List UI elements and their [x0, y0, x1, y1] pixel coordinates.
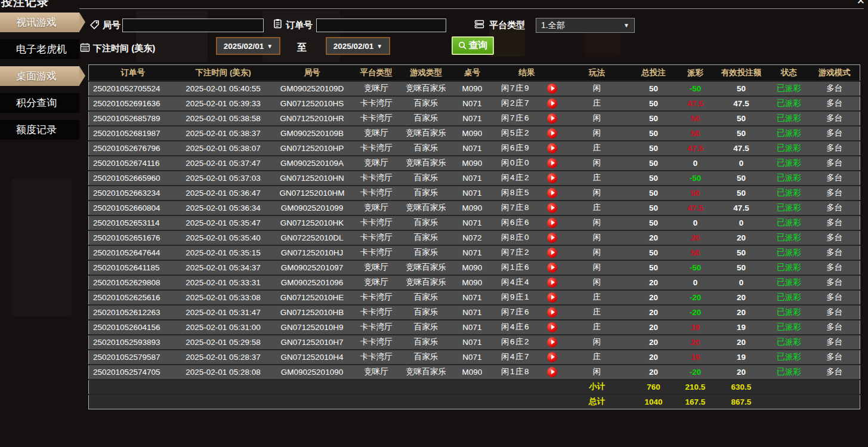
platform-type-cell: 竞咪厅 [355, 365, 398, 380]
result-cell: 闲4庄2 [490, 171, 541, 186]
order-number-label: 订单号 [286, 20, 313, 31]
replay-play-icon[interactable] [547, 307, 557, 317]
replay-play-icon[interactable] [547, 278, 557, 288]
replay-play-icon[interactable] [547, 113, 557, 124]
valid-bet-cell: 19 [714, 320, 769, 335]
result-cell: 闲6庄9 [490, 141, 541, 156]
sidebar-item-3[interactable]: 桌面游戏 [0, 66, 79, 86]
payout-cell: -20 [677, 290, 714, 305]
round-number-cell: GN071252010HB [270, 305, 355, 320]
replay-play-icon[interactable] [547, 158, 557, 168]
game-type-cell: 百家乐 [398, 305, 455, 320]
replay-play-icon[interactable] [547, 84, 557, 94]
header-payout: 派彩 [677, 65, 714, 81]
game-mode-cell: 多台 [810, 96, 860, 111]
order-number-cell: 250201052579587 [89, 350, 177, 365]
game-mode-cell: 多台 [810, 186, 860, 201]
sidebar-item-5[interactable]: 额度记录 [0, 120, 79, 140]
payout-cell: 0 [677, 156, 714, 171]
subtotal-label: 小计 [564, 380, 631, 394]
replay-play-icon[interactable] [547, 173, 557, 183]
valid-bet-cell: 47.5 [714, 96, 769, 111]
game-mode-cell: 多台 [810, 275, 860, 290]
total-bet-cell: 50 [631, 96, 677, 111]
valid-bet-cell: 50 [714, 186, 769, 201]
order-number-cell: 250201052685789 [89, 111, 177, 126]
order-number-cell: 250201052612263 [89, 305, 177, 320]
replay-play-icon[interactable] [547, 203, 557, 213]
play-type-cell: 庄 [564, 305, 631, 320]
replay-play-icon[interactable] [547, 248, 557, 258]
sidebar-item-1[interactable]: 视讯游戏 [0, 13, 79, 32]
date-from-picker[interactable]: 2025/02/01 ▼ [216, 37, 280, 55]
platform-type-cell: 卡卡湾厅 [355, 305, 398, 320]
replay-play-icon[interactable] [547, 263, 557, 273]
header-status: 状态 [769, 65, 810, 81]
total-spacer [769, 394, 860, 409]
replay-play-icon[interactable] [547, 128, 557, 138]
total-bet-cell: 50 [631, 126, 677, 141]
game-mode-cell: 多台 [810, 290, 860, 305]
game-type-cell: 百家乐 [398, 215, 455, 230]
payout-cell: -20 [677, 305, 714, 320]
result-cell: 闲5庄2 [490, 126, 541, 141]
table-number-cell: N071 [455, 305, 490, 320]
table-number-cell: N071 [455, 171, 490, 186]
total-bet-cell: 20 [631, 350, 677, 365]
subtotal-payout: 210.5 [677, 380, 714, 394]
replay-cell [541, 141, 564, 156]
header-bet-time: 下注时间 (美东) [177, 65, 270, 81]
game-type-cell: 竞咪百家乐 [398, 126, 455, 141]
sidebar-item-2[interactable]: 电子老虎机 [0, 39, 79, 59]
header-round-number: 局号 [270, 65, 355, 81]
date-to-picker[interactable]: 2025/02/01 ▼ [326, 37, 390, 55]
result-cell: 闲9庄1 [490, 290, 541, 305]
platform-type-cell: 卡卡湾厅 [355, 186, 398, 201]
bet-time-cell: 2025-02-01 05:31:00 [177, 320, 270, 335]
platform-type-select[interactable]: 1.全部 ▼ [536, 18, 635, 33]
total-bet-cell: 20 [631, 290, 677, 305]
sidebar-item-4[interactable]: 积分查询 [0, 93, 79, 113]
platform-type-cell: 卡卡湾厅 [355, 96, 398, 111]
game-type-cell: 百家乐 [398, 230, 455, 245]
close-icon[interactable]: ✕ [857, 0, 865, 6]
replay-play-icon[interactable] [547, 352, 557, 362]
replay-play-icon[interactable] [547, 337, 557, 347]
game-mode-cell: 多台 [810, 320, 860, 335]
game-mode-cell: 多台 [810, 305, 860, 320]
search-button[interactable]: 查询 [452, 36, 494, 55]
replay-play-icon[interactable] [547, 292, 557, 303]
order-number-input[interactable] [316, 19, 446, 32]
replay-play-icon[interactable] [547, 233, 557, 243]
header-order-number: 订单号 [89, 65, 177, 81]
payout-cell: 20 [677, 335, 714, 350]
valid-bet-cell: 50 [714, 260, 769, 275]
valid-bet-cell: 50 [714, 245, 769, 260]
round-number-input[interactable] [122, 19, 264, 32]
replay-play-icon[interactable] [547, 218, 557, 228]
bet-time-cell: 2025-02-01 05:39:33 [177, 96, 270, 111]
slot-machine-icon [0, 45, 5, 54]
result-cell: 闲7庄2 [490, 245, 541, 260]
result-cell: 闲6庄2 [490, 335, 541, 350]
chevron-down-icon: ▼ [376, 43, 382, 50]
table-number-cell: N071 [455, 350, 490, 365]
bet-time-cell: 2025-02-01 05:28:37 [177, 350, 270, 365]
total-bet-cell: 50 [631, 81, 677, 96]
replay-cell [541, 126, 564, 141]
replay-play-icon[interactable] [547, 322, 557, 332]
header-play-type: 玩法 [564, 65, 631, 81]
game-mode-cell: 多台 [810, 230, 860, 245]
replay-cell [541, 171, 564, 186]
game-type-cell: 百家乐 [398, 111, 455, 126]
replay-play-icon[interactable] [547, 188, 557, 198]
replay-play-icon[interactable] [547, 143, 557, 153]
replay-play-icon[interactable] [547, 98, 557, 109]
game-mode-cell: 多台 [810, 126, 860, 141]
replay-play-icon[interactable] [547, 367, 557, 377]
table-game-icon [0, 72, 5, 81]
result-cell: 闲7庄8 [490, 201, 541, 215]
play-type-cell: 闲 [564, 111, 631, 126]
round-number-cell: GM09025201099 [270, 201, 355, 215]
game-type-cell: 百家乐 [398, 320, 455, 335]
